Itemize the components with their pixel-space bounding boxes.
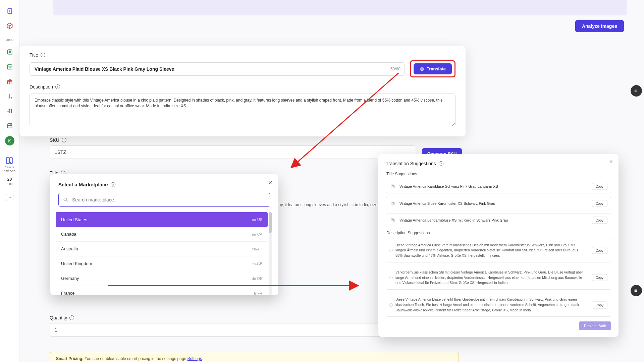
translate-highlight-box: Translate	[410, 60, 455, 77]
title-label: Titlei	[30, 52, 455, 58]
sidebar-section-misc: MISC	[5, 38, 14, 42]
close-icon[interactable]: ✕	[609, 159, 613, 164]
radio-icon[interactable]	[389, 249, 393, 252]
search-icon	[63, 197, 68, 203]
svg-rect-12	[392, 220, 394, 222]
copy-button[interactable]: Copy	[592, 301, 607, 308]
info-icon[interactable]: i	[62, 138, 66, 142]
resets-label: Resets:	[4, 166, 15, 169]
description-suggestion-row[interactable]: Diese Vintage America Bluse verleiht Ihr…	[386, 293, 611, 317]
store-icon[interactable]	[5, 121, 14, 130]
marketplace-title: Select a Marketplace?	[58, 182, 270, 187]
svg-rect-2	[7, 65, 12, 69]
title-char-counter: 59/80	[390, 67, 400, 71]
description-label: Descriptioni	[30, 84, 455, 89]
barchart-icon[interactable]	[5, 92, 14, 101]
description-suggestion-row[interactable]: Verkörpern Sie klassischen Stil mit dies…	[386, 266, 611, 290]
usage-count: 20	[7, 177, 12, 182]
svg-rect-10	[392, 202, 394, 205]
copy-button[interactable]: Copy	[592, 247, 607, 254]
sidebar-collapse-button[interactable]	[6, 194, 13, 201]
copy-icon	[390, 184, 395, 189]
main: Analyze Images Titlei 59/80 Translate De…	[19, 0, 644, 362]
svg-rect-9	[391, 185, 393, 187]
smart-pricing-banner: Smart Pricing: You can enable/disable sm…	[50, 352, 459, 362]
usage-max: /600	[7, 182, 13, 186]
marketplace-item[interactable]: United Kingdomen-GB	[56, 256, 268, 271]
title-input[interactable]	[30, 62, 405, 76]
analyze-images-button[interactable]: Analyze Images	[575, 20, 624, 32]
svg-point-7	[64, 198, 67, 201]
description-suggestions-label: Description Suggestions	[386, 231, 611, 235]
dollar-icon[interactable]	[5, 48, 14, 56]
radio-icon[interactable]	[389, 303, 393, 307]
info-icon[interactable]: i	[41, 53, 45, 57]
description-textarea[interactable]	[30, 94, 455, 126]
svg-rect-5	[10, 158, 13, 163]
copy-button[interactable]: Copy	[592, 217, 607, 224]
marketplace-item[interactable]: United Statesen-US	[56, 212, 268, 227]
title-suggestions-label: Title Suggestions	[386, 172, 611, 176]
globe-icon	[420, 67, 424, 71]
sliders-icon[interactable]	[5, 107, 14, 115]
copy-icon	[390, 218, 395, 223]
svg-rect-4	[7, 158, 9, 163]
marketplace-item[interactable]: Canadaen-CA	[56, 227, 268, 242]
info-icon[interactable]: i	[55, 84, 60, 89]
description-suggestion-row[interactable]: Diese Vintage America Bluse vereint klas…	[386, 239, 611, 262]
copy-button[interactable]: Copy	[592, 274, 607, 281]
info-icon[interactable]: ?	[439, 161, 443, 166]
info-icon[interactable]: i	[69, 315, 74, 320]
page-plus-icon[interactable]	[5, 7, 14, 15]
svg-rect-11	[391, 202, 393, 204]
info-icon[interactable]: ?	[111, 182, 115, 187]
title-suggestion-row[interactable]: Vintage America Bluse Karomuster XS Schw…	[386, 197, 611, 210]
settings-link[interactable]: Settings	[187, 356, 202, 361]
radio-icon[interactable]	[389, 276, 393, 279]
copy-icon	[390, 201, 395, 206]
translation-header: Translation Suggestions?	[386, 161, 611, 166]
marketplace-item[interactable]: Germanyde-DE	[56, 271, 268, 286]
svg-rect-13	[391, 219, 393, 221]
marketplace-modal: Select a Marketplace? ✕ United Statesen-…	[50, 174, 278, 295]
sku-input[interactable]	[50, 145, 415, 159]
close-icon[interactable]: ✕	[268, 180, 272, 186]
translate-button[interactable]: Translate	[414, 63, 452, 74]
scrollbar-thumb[interactable]	[269, 212, 272, 233]
copy-button[interactable]: Copy	[592, 200, 607, 207]
gift-icon[interactable]	[5, 77, 14, 86]
svg-rect-8	[392, 186, 394, 188]
sku-label: SKUi	[50, 137, 415, 143]
title-suggestion-row[interactable]: Vintage America Karobluse Schwarz Pink G…	[386, 180, 611, 193]
title-suggestion-row[interactable]: Vintage America Langarmbluse XS mit Karo…	[386, 214, 611, 227]
marketplace-search-input[interactable]	[58, 193, 270, 207]
replace-both-button[interactable]: Replace Both	[579, 321, 611, 330]
marketplace-item[interactable]: Francefr-FR	[56, 286, 268, 295]
floating-action-2[interactable]	[631, 285, 642, 296]
marketplace-list[interactable]: United Statesen-USCanadaen-CAAustraliaen…	[56, 212, 268, 295]
box-icon[interactable]	[5, 21, 14, 30]
header-bar	[53, 0, 627, 15]
calendar-icon[interactable]	[5, 62, 14, 71]
floating-action-1[interactable]	[631, 85, 642, 97]
title-description-card: Titlei 59/80 Translate Descriptioni	[19, 46, 466, 136]
sku-block: SKUi	[50, 137, 415, 159]
resets-icon	[5, 156, 14, 165]
marketplace-item[interactable]: Australiaen-AU	[56, 242, 268, 256]
resets-date: 02/13/25	[4, 170, 15, 173]
translation-panel: Translation Suggestions? ✕ Title Suggest…	[378, 154, 619, 337]
sidebar: MISC K Resets: 02/13/25 20 /600	[0, 0, 19, 362]
copy-button[interactable]: Copy	[592, 183, 607, 190]
avatar[interactable]: K	[5, 136, 14, 145]
marketplace-scrollbar[interactable]	[269, 212, 272, 295]
